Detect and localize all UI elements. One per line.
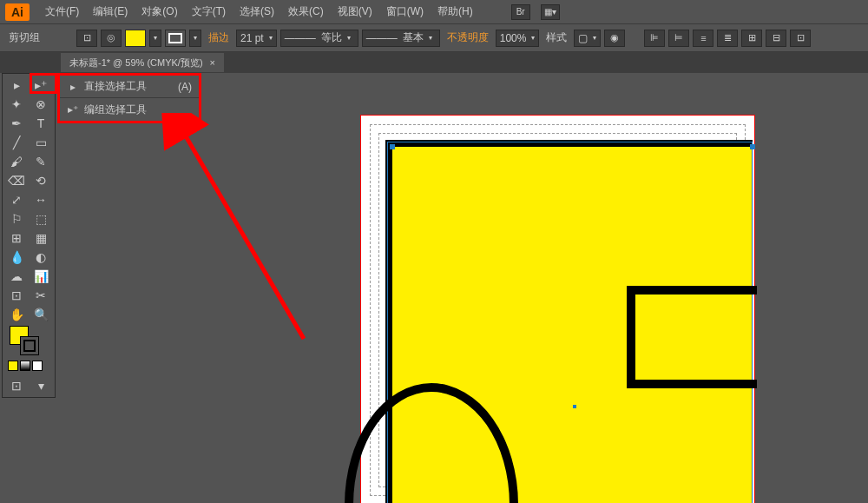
- direct-selection-flyout: ▸ 直接选择工具 (A) ▸⁺ 编组选择工具: [57, 73, 201, 123]
- eyedropper-tool[interactable]: 💧: [4, 248, 29, 267]
- tab-close-icon[interactable]: ×: [210, 57, 215, 68]
- brush-tool[interactable]: 🖌: [4, 152, 29, 171]
- rectangle-tool[interactable]: ▭: [29, 133, 53, 152]
- selection-tool[interactable]: ▸: [4, 76, 29, 95]
- document-tab-bar: 未标题-1* @ 59% (CMYK/预览) ×: [0, 52, 868, 73]
- selection-handle[interactable]: [750, 144, 755, 149]
- selection-handle[interactable]: [390, 144, 395, 149]
- align-icon-7[interactable]: ⊡: [790, 30, 811, 47]
- color-mode-gradient[interactable]: [20, 361, 30, 371]
- arrange-button[interactable]: ▦▾: [541, 4, 560, 20]
- brush-dropdown[interactable]: ———基本▾: [362, 30, 440, 47]
- pencil-tool[interactable]: ✎: [29, 152, 53, 171]
- center-mark: [573, 405, 576, 408]
- align-icon-1[interactable]: ⊫: [644, 30, 665, 47]
- warp-tool[interactable]: ⚐: [4, 209, 29, 228]
- edit-content-icon[interactable]: ◎: [101, 30, 122, 47]
- lasso-tool[interactable]: ⊗: [29, 95, 53, 114]
- zoom-tool[interactable]: 🔍: [29, 305, 53, 324]
- type-tool[interactable]: T: [29, 114, 53, 133]
- tab-title: 未标题-1* @ 59% (CMYK/预览): [69, 56, 203, 69]
- fill-stroke-indicator[interactable]: [4, 324, 53, 359]
- yellow-rectangle-object[interactable]: [385, 140, 753, 503]
- pen-tool[interactable]: ✒: [4, 114, 29, 133]
- canvas-area[interactable]: [61, 73, 868, 503]
- menu-type[interactable]: 文字(T): [185, 1, 233, 23]
- flyout-label: 编组选择工具: [84, 103, 147, 117]
- slice-tool[interactable]: ✂: [29, 286, 53, 305]
- hand-tool[interactable]: ✋: [4, 305, 29, 324]
- gradient-tool[interactable]: ▦: [29, 228, 53, 248]
- shape-builder-tool[interactable]: ⬚: [29, 209, 53, 228]
- screen-mode-dropdown[interactable]: ▾: [29, 376, 53, 395]
- bridge-button[interactable]: Br: [511, 4, 530, 20]
- opacity-input[interactable]: 100%▾: [496, 30, 540, 47]
- selection-mode-label: 剪切组: [9, 30, 40, 45]
- menu-view[interactable]: 视图(V): [331, 1, 379, 23]
- scale-dropdown[interactable]: ———等比▾: [280, 30, 358, 47]
- opacity-label[interactable]: 不透明度: [447, 30, 489, 45]
- align-icon-5[interactable]: ⊞: [741, 30, 762, 47]
- style-label[interactable]: 样式: [546, 30, 567, 45]
- recolor-icon[interactable]: ◉: [604, 30, 625, 47]
- blend-tool[interactable]: ◐: [29, 248, 53, 267]
- fill-color-swatch[interactable]: [125, 30, 146, 47]
- fill-dropdown[interactable]: ▾: [149, 30, 161, 47]
- annotation-tool-highlight: [30, 73, 57, 94]
- align-icon-6[interactable]: ⊟: [766, 30, 786, 47]
- control-bar: 剪切组 ⊡ ◎ ▾ ▾ 描边 21 pt▾ ———等比▾ ———基本▾ 不透明度…: [0, 24, 868, 52]
- edit-clip-icon[interactable]: ⊡: [76, 30, 97, 47]
- scale-tool[interactable]: ⤢: [4, 190, 29, 209]
- toolbox: ▸ ▸⁺ ✦ ⊗ ✒ T ╱ ▭ 🖌 ✎ ⌫ ⟲ ⤢ ↔ ⚐ ⬚ ⊞ ▦ 💧 ◐…: [2, 73, 56, 398]
- magic-wand-tool[interactable]: ✦: [4, 95, 29, 114]
- eraser-tool[interactable]: ⌫: [4, 171, 29, 190]
- symbol-tool[interactable]: ☁: [4, 267, 29, 286]
- graph-tool[interactable]: 📊: [29, 267, 53, 286]
- menu-effect[interactable]: 效果(C): [281, 1, 331, 23]
- align-icon-3[interactable]: ≡: [693, 30, 713, 47]
- flyout-label: 直接选择工具: [84, 79, 147, 94]
- color-mode-row: [4, 359, 53, 373]
- align-icon-2[interactable]: ⊨: [668, 30, 689, 47]
- align-icon-4[interactable]: ≣: [717, 30, 738, 47]
- document-tab[interactable]: 未标题-1* @ 59% (CMYK/预览) ×: [61, 53, 224, 72]
- arrow-icon: ▸: [67, 81, 79, 93]
- screen-mode-icon[interactable]: ⊡: [4, 376, 29, 395]
- mesh-tool[interactable]: ⊞: [4, 228, 29, 248]
- width-tool[interactable]: ↔: [29, 190, 53, 209]
- artboard-tool[interactable]: ⊡: [4, 286, 29, 305]
- line-tool[interactable]: ╱: [4, 133, 29, 152]
- app-logo: Ai: [5, 3, 30, 21]
- rotate-tool[interactable]: ⟲: [29, 171, 53, 190]
- flyout-group-selection[interactable]: ▸⁺ 编组选择工具: [60, 98, 199, 121]
- circle-object[interactable]: [345, 383, 518, 503]
- stroke-label[interactable]: 描边: [208, 30, 229, 45]
- menu-window[interactable]: 窗口(W): [379, 1, 431, 23]
- small-rectangle-object[interactable]: [627, 286, 757, 388]
- menu-file[interactable]: 文件(F): [38, 1, 86, 23]
- menu-edit[interactable]: 编辑(E): [86, 1, 135, 23]
- style-dropdown[interactable]: ▢▾: [574, 30, 601, 47]
- color-mode-none[interactable]: [32, 361, 43, 371]
- stroke-color-swatch[interactable]: [165, 30, 186, 47]
- arrow-plus-icon: ▸⁺: [67, 103, 79, 116]
- stroke-dropdown[interactable]: ▾: [189, 30, 201, 47]
- flyout-shortcut: (A): [178, 81, 192, 93]
- flyout-direct-selection[interactable]: ▸ 直接选择工具 (A): [60, 76, 199, 98]
- stroke-indicator[interactable]: [20, 336, 39, 355]
- color-mode-color[interactable]: [8, 361, 18, 371]
- menu-select[interactable]: 选择(S): [233, 1, 281, 23]
- menu-help[interactable]: 帮助(H): [431, 1, 480, 23]
- stroke-weight-input[interactable]: 21 pt▾: [236, 30, 277, 47]
- menu-object[interactable]: 对象(O): [135, 1, 184, 23]
- menu-bar: Ai 文件(F) 编辑(E) 对象(O) 文字(T) 选择(S) 效果(C) 视…: [0, 0, 868, 24]
- artboard[interactable]: [360, 115, 755, 503]
